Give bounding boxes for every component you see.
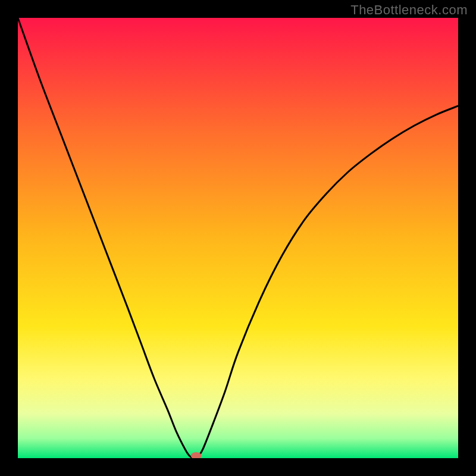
chart-frame: TheBottleneck.com bbox=[0, 0, 476, 476]
heat-gradient bbox=[18, 18, 458, 458]
plot-area bbox=[18, 18, 458, 458]
bottleneck-chart bbox=[18, 18, 458, 458]
watermark-text: TheBottleneck.com bbox=[350, 2, 468, 18]
